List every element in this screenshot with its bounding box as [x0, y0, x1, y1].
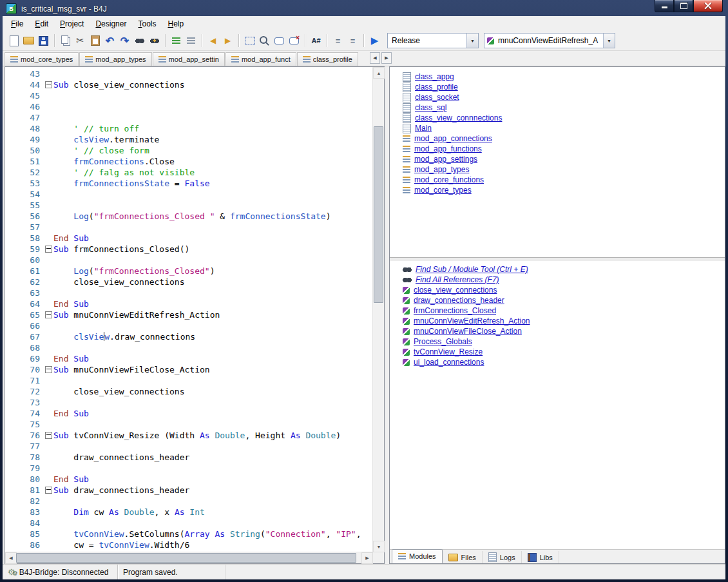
code-line[interactable]: 81Sub draw_connections_header [5, 485, 373, 496]
remove-comment-icon[interactable] [287, 34, 301, 48]
comment-icon[interactable] [169, 34, 183, 48]
close-button[interactable] [693, 0, 723, 12]
panel-splitter[interactable] [385, 66, 389, 564]
uncomment-icon[interactable] [184, 34, 198, 48]
code-line[interactable]: 46 [5, 101, 373, 112]
panel-tab-files[interactable]: Files [443, 551, 483, 563]
find-all-references-link[interactable]: Find All References (F7) [416, 275, 499, 284]
code-line[interactable]: 72 close_view_connections [5, 386, 373, 397]
copy-icon[interactable] [59, 34, 72, 48]
code-line[interactable]: 63 [5, 287, 373, 298]
code-line[interactable]: 45 [5, 90, 373, 101]
sub-link-tvConnView_Resize[interactable]: tvConnView_Resize [414, 347, 483, 356]
fold-toggle-icon[interactable] [45, 432, 52, 439]
sub-link-frmConnections_Closed[interactable]: frmConnections_Closed [414, 306, 496, 315]
module-link-class_view_connnections[interactable]: class_view_connnections [415, 113, 502, 122]
code-line[interactable]: 51 frmConnections.Close [5, 156, 373, 167]
redo-icon[interactable]: ↷ [118, 34, 131, 48]
vertical-scroll-thumb[interactable] [374, 126, 383, 303]
code-line[interactable]: 49 clsView.terminate [5, 134, 373, 145]
menu-designer[interactable]: Designer [90, 17, 132, 30]
module-link-class_socket[interactable]: class_socket [415, 93, 459, 102]
panel-tab-logs[interactable]: Logs [483, 551, 522, 563]
code-line[interactable]: 74End Sub [5, 408, 373, 419]
code-line[interactable]: 76Sub tvConnView_Resize (Width As Double… [5, 430, 373, 441]
tab-scroll-right-button[interactable]: ▶ [381, 52, 392, 64]
fold-toggle-icon[interactable] [45, 366, 52, 373]
dropdown-arrow-icon[interactable]: ▼ [603, 34, 615, 48]
code-area[interactable]: 4344Sub close_view_connections45464748 '… [5, 67, 373, 552]
code-line[interactable]: 71 [5, 375, 373, 386]
code-line[interactable]: 50 ' // close form [5, 145, 373, 156]
dropdown-arrow-icon[interactable]: ▼ [466, 34, 478, 48]
find-icon[interactable] [133, 34, 146, 48]
code-line[interactable]: 54 [5, 189, 373, 200]
code-line[interactable]: 78 draw_connections_header [5, 452, 373, 463]
code-line[interactable]: 85 tvConnView.SetColumns(Array As String… [5, 529, 373, 539]
module-link-class_appg[interactable]: class_appg [415, 72, 454, 81]
code-line[interactable]: 64End Sub [5, 298, 373, 309]
sub-link-Process_Globals[interactable]: Process_Globals [414, 337, 472, 346]
editor-horizontal-scrollbar[interactable]: ◀ ▶ [5, 552, 373, 563]
code-line[interactable]: 84 [5, 518, 373, 529]
code-line[interactable]: 52 ' // falg as not visible [5, 167, 373, 178]
code-line[interactable]: 80End Sub [5, 474, 373, 485]
code-line[interactable]: 66 [5, 320, 373, 331]
code-line[interactable]: 60 [5, 255, 373, 266]
code-line[interactable]: 48 ' // turn off [5, 123, 373, 134]
sub-link-ui_load_connections[interactable]: ui_load_connections [414, 358, 484, 367]
doc-tab-mod_app_types[interactable]: mod_app_types [79, 52, 151, 66]
code-line[interactable]: 44Sub close_view_connections [5, 79, 373, 90]
sub-link-mnuConnViewFileClose_Action[interactable]: mnuConnViewFileClose_Action [414, 327, 522, 336]
module-link-mod_app_settings[interactable]: mod_app_settings [414, 155, 477, 164]
new-file-icon[interactable] [7, 34, 21, 48]
code-line[interactable]: 61 Log("frmConnections_Closed") [5, 266, 373, 276]
build-config-select[interactable]: Release ▼ [387, 33, 479, 48]
back-icon[interactable]: ◀ [206, 34, 220, 48]
module-link-Main[interactable]: Main [415, 124, 432, 133]
module-link-mod_core_types[interactable]: mod_core_types [414, 186, 472, 195]
find-sub-module-tool-link[interactable]: Find Sub / Module Tool (Ctrl + E) [416, 265, 528, 274]
menu-file[interactable]: File [5, 17, 29, 30]
code-line[interactable]: 73 [5, 397, 373, 408]
sub-navigator-select[interactable]: mnuConnViewEditRefresh_A ▼ [484, 33, 615, 48]
doc-tab-mod_app_funct[interactable]: mod_app_funct [225, 52, 296, 66]
code-line[interactable]: 53 frmConnectionsState = False [5, 178, 373, 189]
code-line[interactable]: 70Sub mnuConnViewFileClose_Action [5, 364, 373, 375]
find-in-module-icon[interactable] [258, 34, 271, 48]
code-line[interactable]: 83 Dim cw As Double, x As Int [5, 507, 373, 518]
doc-tab-class_profile[interactable]: class_profile [297, 52, 358, 66]
doc-tab-mod_app_settin[interactable]: mod_app_settin [153, 52, 225, 66]
fold-toggle-icon[interactable] [45, 487, 52, 494]
paste-icon[interactable] [88, 34, 102, 48]
code-line[interactable]: 69End Sub [5, 353, 373, 364]
module-link-class_sql[interactable]: class_sql [415, 103, 446, 112]
cut-icon[interactable]: ✂ [73, 34, 87, 48]
menu-help[interactable]: Help [162, 17, 189, 30]
doc-tab-mod_core_types[interactable]: mod_core_types [5, 52, 79, 66]
code-line[interactable]: 57 [5, 222, 373, 233]
select-region-icon[interactable] [243, 34, 256, 48]
code-line[interactable]: 47 [5, 112, 373, 123]
bookmark-prev-icon[interactable]: ≡ [346, 34, 359, 48]
module-link-mod_app_types[interactable]: mod_app_types [414, 165, 469, 174]
minimize-button[interactable] [655, 0, 674, 12]
code-line[interactable]: 82 [5, 496, 373, 507]
open-project-icon[interactable] [22, 34, 35, 48]
sub-link-close_view_connections[interactable]: close_view_connections [414, 286, 497, 295]
scroll-down-icon[interactable]: ▼ [373, 541, 385, 552]
code-line[interactable]: 67 clsView.draw_connections [5, 331, 373, 342]
module-link-mod_app_connections[interactable]: mod_app_connections [414, 134, 492, 143]
panel-tab-libs[interactable]: Libs [522, 551, 559, 563]
module-link-mod_app_functions[interactable]: mod_app_functions [414, 144, 482, 153]
horizontal-scroll-thumb[interactable] [16, 553, 356, 563]
fold-toggle-icon[interactable] [45, 81, 52, 88]
code-line[interactable]: 59Sub frmConnections_Closed() [5, 244, 373, 255]
fold-toggle-icon[interactable] [45, 311, 52, 318]
font-settings-icon[interactable]: A# [309, 34, 323, 48]
bookmark-next-icon[interactable]: ≡ [331, 34, 345, 48]
sub-link-mnuConnViewEditRefresh_Action[interactable]: mnuConnViewEditRefresh_Action [414, 316, 530, 325]
code-line[interactable]: 62 close_view_connections [5, 276, 373, 287]
panel-divider[interactable] [390, 257, 725, 262]
code-line[interactable]: 77 [5, 441, 373, 452]
